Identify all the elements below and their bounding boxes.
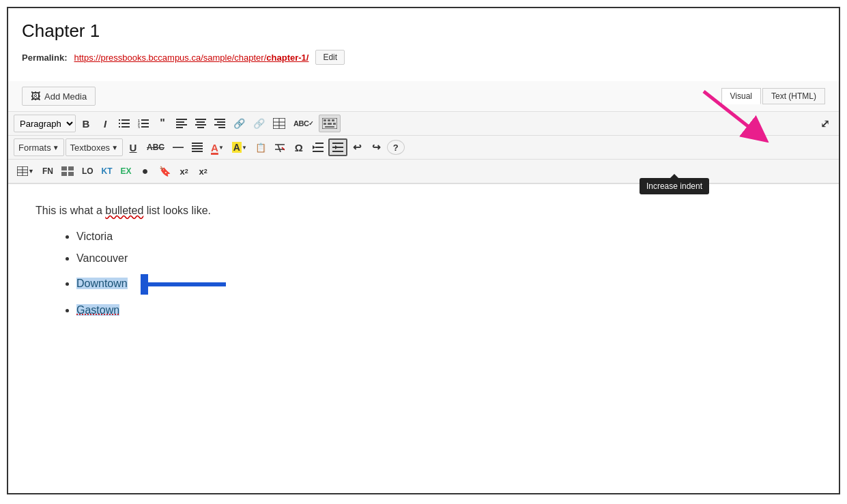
attribution-button[interactable]: ● — [137, 162, 154, 180]
svg-rect-61 — [68, 172, 74, 176]
paste-text-button[interactable]: 📋 — [252, 138, 270, 156]
undo-button[interactable]: ↩ — [349, 138, 367, 156]
hr-button[interactable]: — — [169, 138, 187, 156]
strikethrough-button[interactable]: ABC — [143, 138, 168, 156]
svg-rect-23 — [218, 127, 225, 128]
font-color-a-icon: A — [211, 142, 218, 153]
formats-label: Formats — [18, 143, 51, 153]
help-button[interactable]: ? — [387, 140, 405, 155]
add-media-button[interactable]: 🖼 Add Media — [22, 87, 96, 106]
tab-visual[interactable]: Visual — [721, 88, 761, 104]
svg-rect-14 — [176, 124, 187, 125]
subscript-button[interactable]: x2 — [195, 162, 212, 180]
bold-button[interactable]: B — [77, 115, 95, 132]
redo-button[interactable]: ↪ — [368, 138, 386, 156]
textboxes-dropdown[interactable]: Textboxes ▼ — [66, 138, 123, 156]
svg-rect-9 — [141, 123, 149, 124]
add-media-label: Add Media — [44, 91, 87, 102]
ordered-list-button[interactable]: 123 — [134, 115, 152, 132]
svg-rect-50 — [332, 147, 343, 148]
svg-rect-19 — [197, 127, 204, 128]
align-left-button[interactable] — [173, 115, 190, 132]
editor-area[interactable]: This is what a bulleted list looks like.… — [8, 183, 839, 402]
outdent-button[interactable] — [309, 138, 327, 156]
svg-rect-0 — [119, 119, 120, 121]
paragraph-select[interactable]: Paragraph — [14, 115, 76, 132]
formats-dropdown[interactable]: Formats ▼ — [14, 138, 64, 156]
svg-rect-5 — [121, 126, 130, 128]
blockquote-button[interactable]: " — [154, 115, 171, 132]
list-item-text: Vancouver — [76, 252, 128, 264]
bulleted-word: bulleted — [105, 205, 143, 216]
indent-button[interactable] — [328, 138, 347, 156]
permalink-row: Permalink: https://pressbooks.bccampus.c… — [22, 50, 825, 65]
highlight-chevron-icon: ▼ — [242, 145, 247, 151]
fn-button[interactable]: FN — [39, 162, 57, 180]
svg-rect-34 — [333, 123, 336, 125]
italic-button[interactable]: I — [96, 115, 114, 132]
bullet-list: Victoria Vancouver Downtown Gasto — [76, 231, 812, 316]
top-section: Chapter 1 Permalink: https://pressbooks.… — [8, 8, 839, 81]
textboxes-label: Textboxes — [70, 143, 111, 153]
spellcheck-button[interactable]: ABC ✓ — [290, 115, 317, 132]
tab-html[interactable]: Text (HTML) — [762, 88, 825, 104]
fullscreen-button[interactable]: ⤢ — [816, 115, 833, 132]
lo-button[interactable]: LO — [78, 162, 97, 180]
media-icon: 🖼 — [31, 91, 40, 102]
view-tabs: Visual Text (HTML) — [721, 88, 825, 104]
svg-rect-51 — [332, 151, 343, 152]
textboxes-chevron-icon: ▼ — [111, 144, 118, 151]
table-dropdown-icon: ▼ — [28, 168, 34, 175]
svg-rect-46 — [315, 147, 324, 148]
svg-rect-31 — [332, 119, 334, 121]
link-button[interactable]: 🔗 — [230, 115, 248, 132]
unordered-list-button[interactable] — [115, 115, 133, 132]
align-center-button[interactable] — [192, 115, 210, 132]
svg-rect-2 — [119, 123, 120, 124]
svg-rect-47 — [313, 151, 324, 152]
main-container: Chapter 1 Permalink: https://pressbooks.… — [7, 7, 840, 494]
permalink-label: Permalink: — [22, 53, 67, 63]
tooltip-text: Increase indent — [646, 181, 702, 191]
list-item-downtown: Downtown — [76, 278, 128, 289]
highlight-a-icon: A — [232, 142, 242, 153]
svg-rect-17 — [197, 121, 205, 123]
font-color-button[interactable]: A ▼ — [207, 138, 227, 156]
align-right-button[interactable] — [211, 115, 229, 132]
ex-button[interactable]: EX — [117, 162, 135, 180]
svg-rect-1 — [121, 119, 130, 121]
kt-button[interactable]: KT — [98, 162, 116, 180]
bookmark-button[interactable]: 🔖 — [156, 162, 174, 180]
justify-button[interactable] — [188, 138, 206, 156]
svg-rect-37 — [192, 145, 203, 147]
layout-button[interactable] — [58, 162, 77, 180]
superscript-button[interactable]: x2 — [175, 162, 193, 180]
svg-rect-12 — [176, 119, 187, 120]
permalink-link[interactable]: https://pressbooks.bccampus.ca/sample/ch… — [74, 53, 308, 63]
svg-line-41 — [278, 145, 281, 152]
unlink-button[interactable]: 🔗 — [250, 115, 268, 132]
svg-rect-13 — [176, 121, 184, 123]
svg-rect-18 — [195, 124, 206, 125]
table-row3-button[interactable]: ▼ — [14, 162, 38, 180]
underline-button[interactable]: U — [124, 138, 142, 156]
svg-rect-32 — [324, 123, 326, 125]
highlight-button[interactable]: A ▼ — [229, 138, 250, 156]
table-insert-button[interactable] — [270, 115, 289, 132]
page-title: Chapter 1 — [22, 20, 825, 42]
keyboard-shortcut-button[interactable] — [319, 115, 341, 132]
svg-rect-11 — [141, 126, 149, 128]
list-item: Downtown — [76, 274, 812, 295]
svg-rect-20 — [214, 119, 225, 120]
font-color-chevron-icon: ▼ — [218, 145, 224, 151]
superscript-2: 2 — [185, 168, 188, 175]
editor-intro-text: This is what a bulleted list looks like. — [35, 205, 812, 217]
svg-rect-38 — [192, 148, 203, 149]
omega-button[interactable]: Ω — [290, 138, 308, 156]
edit-button[interactable]: Edit — [315, 50, 345, 65]
list-item: Victoria — [76, 231, 812, 243]
add-media-row: 🖼 Add Media Visual Text (HTML) — [8, 81, 839, 112]
svg-rect-16 — [195, 119, 206, 120]
clear-format-button[interactable] — [271, 138, 289, 156]
toolbar-wrapper: Paragraph B I 123 " 🔗 🔗 — [8, 112, 839, 183]
